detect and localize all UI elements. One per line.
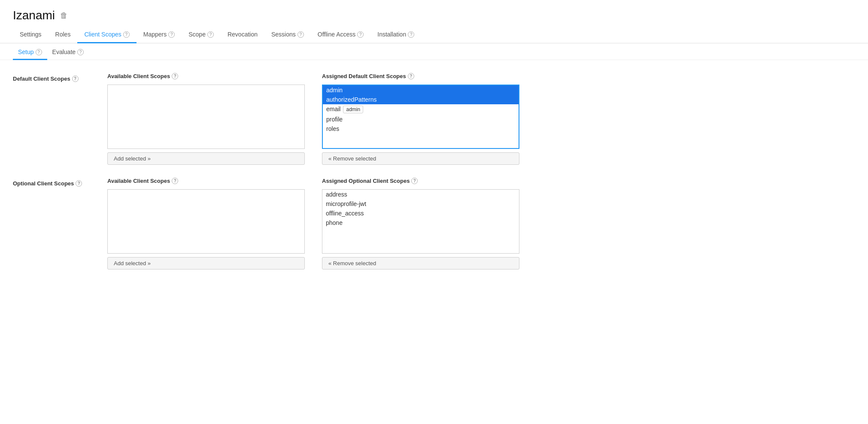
optional-scopes-help-icon[interactable]: ? (76, 180, 82, 187)
nav-tab-mappers-help-icon[interactable]: ? (168, 31, 175, 38)
default-assigned-item-profile[interactable]: profile (323, 115, 519, 124)
default-assigned-box: Assigned Default Client Scopes ? adminau… (322, 73, 519, 165)
optional-assigned-item-offline_access[interactable]: offline_access (322, 209, 519, 218)
page-title: Izanami (13, 9, 55, 22)
optional-assigned-help-icon[interactable]: ? (411, 178, 418, 184)
default-client-scopes-section: Default Client Scopes ? Available Client… (13, 73, 855, 165)
default-assigned-item-email[interactable]: emailadmin (323, 104, 519, 115)
optional-scopes-label: Optional Client Scopes ? (13, 178, 107, 187)
default-available-help-icon[interactable]: ? (172, 73, 178, 79)
default-assigned-item-admin[interactable]: admin (323, 85, 519, 95)
nav-tab-installation-help-icon[interactable]: ? (408, 31, 414, 38)
nav-tab-sessions-help-icon[interactable]: ? (297, 31, 304, 38)
optional-available-help-icon[interactable]: ? (172, 178, 178, 184)
default-assigned-item-roles[interactable]: roles (323, 124, 519, 133)
optional-assigned-box: Assigned Optional Client Scopes ? addres… (322, 178, 519, 270)
default-assigned-listbox[interactable]: adminauthorizedPatternsemailadminprofile… (322, 85, 519, 149)
nav-tab-revocation[interactable]: Revocation (221, 27, 264, 43)
sub-tab-evaluate-help-icon[interactable]: ? (77, 49, 84, 55)
nav-tab-scope[interactable]: Scope? (182, 27, 221, 43)
optional-available-listbox[interactable] (107, 189, 305, 254)
nav-tab-mappers[interactable]: Mappers? (137, 27, 182, 43)
optional-available-label: Available Client Scopes ? (107, 178, 305, 184)
nav-tab-client-scopes[interactable]: Client Scopes? (77, 27, 136, 43)
sub-tab-evaluate[interactable]: Evaluate? (47, 45, 89, 60)
nav-tab-scope-help-icon[interactable]: ? (207, 31, 214, 38)
optional-assigned-item-microprofile-jwt[interactable]: microprofile-jwt (322, 199, 519, 209)
default-available-box: Available Client Scopes ? Add selected » (107, 73, 305, 165)
default-assigned-help-icon[interactable]: ? (408, 73, 414, 79)
nav-tab-roles[interactable]: Roles (49, 27, 78, 43)
item-badge-email: admin (343, 106, 363, 113)
default-add-selected-button[interactable]: Add selected » (107, 152, 305, 165)
nav-tab-installation[interactable]: Installation? (370, 27, 421, 43)
page-header: Izanami 🗑 (0, 0, 868, 22)
nav-tab-sessions[interactable]: Sessions? (264, 27, 311, 43)
optional-scope-row: Available Client Scopes ? Add selected »… (107, 178, 519, 270)
default-scope-row: Available Client Scopes ? Add selected »… (107, 73, 519, 165)
nav-tab-client-scopes-help-icon[interactable]: ? (123, 31, 130, 38)
trash-icon[interactable]: 🗑 (60, 11, 68, 20)
default-remove-selected-button[interactable]: « Remove selected (322, 152, 519, 165)
default-scopes-label: Default Client Scopes ? (13, 73, 107, 82)
optional-assigned-listbox[interactable]: addressmicroprofile-jwtoffline_accesspho… (322, 189, 519, 254)
optional-add-selected-button[interactable]: Add selected » (107, 257, 305, 270)
default-assigned-label: Assigned Default Client Scopes ? (322, 73, 519, 79)
optional-assigned-item-address[interactable]: address (322, 190, 519, 199)
sub-tab-setup-help-icon[interactable]: ? (36, 49, 42, 55)
default-available-label: Available Client Scopes ? (107, 73, 305, 79)
optional-available-box: Available Client Scopes ? Add selected » (107, 178, 305, 270)
default-assigned-item-authorizedPatterns[interactable]: authorizedPatterns (323, 95, 519, 104)
nav-tab-settings[interactable]: Settings (13, 27, 49, 43)
nav-tab-offline-access[interactable]: Offline Access? (311, 27, 370, 43)
sub-tab-setup[interactable]: Setup? (13, 45, 47, 60)
optional-assigned-item-phone[interactable]: phone (322, 218, 519, 227)
sub-tabs: Setup?Evaluate? (0, 45, 868, 60)
nav-tab-offline-access-help-icon[interactable]: ? (357, 31, 364, 38)
default-scopes-help-icon[interactable]: ? (72, 76, 79, 82)
nav-tabs: SettingsRolesClient Scopes?Mappers?Scope… (0, 27, 868, 43)
optional-client-scopes-section: Optional Client Scopes ? Available Clien… (13, 178, 855, 270)
optional-remove-selected-button[interactable]: « Remove selected (322, 257, 519, 270)
main-content: Default Client Scopes ? Available Client… (0, 60, 868, 295)
optional-assigned-label: Assigned Optional Client Scopes ? (322, 178, 519, 184)
default-available-listbox[interactable] (107, 85, 305, 149)
